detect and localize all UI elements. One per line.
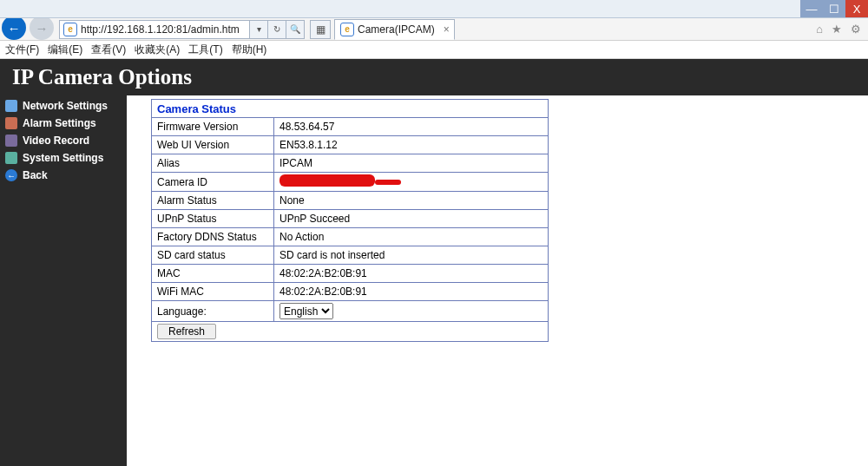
menu-tools[interactable]: 工具(T) bbox=[188, 43, 222, 57]
window-close-button[interactable]: X bbox=[845, 0, 868, 17]
window-titlebar-strip: — ☐ X bbox=[0, 0, 868, 18]
home-icon[interactable]: ⌂ bbox=[816, 23, 823, 36]
row-label: Language: bbox=[152, 301, 274, 322]
gear-icon bbox=[5, 152, 17, 164]
row-label: WiFi MAC bbox=[152, 283, 274, 301]
sidebar: Network Settings Alarm Settings Video Re… bbox=[0, 95, 127, 466]
browser-tab-camera[interactable]: e Camera(IPCAM) × bbox=[334, 19, 455, 40]
language-select[interactable]: English bbox=[279, 303, 333, 319]
sidebar-item-video[interactable]: Video Record bbox=[0, 132, 127, 149]
page-header: IP Camera Options bbox=[0, 59, 868, 95]
address-search-button[interactable]: 🔍 bbox=[286, 20, 305, 39]
content-area: Camera Status Firmware Version48.53.64.5… bbox=[127, 95, 868, 466]
row-label: UPnP Status bbox=[152, 210, 274, 228]
sidebar-item-alarm[interactable]: Alarm Settings bbox=[0, 115, 127, 132]
ie-page-icon: e bbox=[63, 23, 77, 36]
row-value: None bbox=[274, 192, 549, 210]
table-row: AliasIPCAM bbox=[152, 154, 549, 173]
window-minimize-button[interactable]: — bbox=[800, 0, 823, 17]
back-button[interactable]: ← bbox=[2, 16, 26, 40]
row-value: UPnP Succeed bbox=[274, 210, 549, 228]
address-url: http://192.168.1.120:81/admin.htm bbox=[81, 23, 240, 36]
address-dropdown-button[interactable]: ▾ bbox=[250, 20, 268, 39]
back-arrow-icon: ← bbox=[5, 169, 17, 181]
row-label: Web UI Version bbox=[152, 136, 274, 154]
row-value bbox=[274, 173, 549, 192]
sidebar-item-network[interactable]: Network Settings bbox=[0, 97, 127, 115]
sidebar-item-system[interactable]: System Settings bbox=[0, 149, 127, 167]
row-value: IPCAM bbox=[274, 154, 549, 173]
table-row: Factory DDNS StatusNo Action bbox=[152, 228, 549, 246]
network-icon bbox=[5, 100, 17, 112]
row-label: MAC bbox=[152, 265, 274, 283]
sidebar-item-label: Alarm Settings bbox=[23, 117, 96, 129]
row-value: No Action bbox=[274, 228, 549, 246]
table-row: Alarm StatusNone bbox=[152, 192, 549, 210]
menu-edit[interactable]: 编辑(E) bbox=[48, 43, 82, 57]
window-maximize-button[interactable]: ☐ bbox=[823, 0, 845, 17]
sidebar-item-label: Network Settings bbox=[23, 100, 108, 112]
camera-status-table: Camera Status Firmware Version48.53.64.5… bbox=[151, 99, 549, 342]
row-value: EN53.8.1.12 bbox=[274, 136, 549, 154]
ie-page-icon: e bbox=[340, 23, 354, 36]
browser-menu-bar: 文件(F) 编辑(E) 查看(V) 收藏夹(A) 工具(T) 帮助(H) bbox=[0, 41, 868, 59]
row-value: 48.53.64.57 bbox=[274, 118, 549, 136]
video-icon bbox=[5, 135, 17, 147]
table-row: Camera ID bbox=[152, 173, 549, 192]
table-row: Web UI VersionEN53.8.1.12 bbox=[152, 136, 549, 154]
table-row: MAC48:02:2A:B2:0B:91 bbox=[152, 265, 549, 283]
sidebar-item-label: Back bbox=[23, 169, 48, 181]
tab-title: Camera(IPCAM) bbox=[358, 23, 435, 36]
row-value: English bbox=[274, 301, 549, 322]
row-label: Factory DDNS Status bbox=[152, 228, 274, 246]
table-row: UPnP StatusUPnP Succeed bbox=[152, 210, 549, 228]
row-value: 48:02:2A:B2:0B:91 bbox=[274, 265, 549, 283]
table-row: Language: English bbox=[152, 301, 549, 322]
forward-button[interactable]: → bbox=[30, 16, 54, 40]
alarm-icon bbox=[5, 117, 17, 129]
sidebar-item-label: Video Record bbox=[23, 135, 89, 147]
table-row: WiFi MAC48:02:2A:B2:0B:91 bbox=[152, 283, 549, 301]
browser-toolbar: ← → e http://192.168.1.120:81/admin.htm … bbox=[0, 18, 868, 41]
redacted-value bbox=[279, 174, 375, 187]
table-row: Firmware Version48.53.64.57 bbox=[152, 118, 549, 136]
refresh-button[interactable]: Refresh bbox=[157, 324, 216, 339]
row-value: SD card is not inserted bbox=[274, 246, 549, 265]
address-bar[interactable]: e http://192.168.1.120:81/admin.htm bbox=[59, 20, 250, 39]
tab-close-button[interactable]: × bbox=[444, 23, 450, 36]
menu-file[interactable]: 文件(F) bbox=[5, 43, 39, 57]
row-label: Alarm Status bbox=[152, 192, 274, 210]
sidebar-item-back[interactable]: ← Back bbox=[0, 167, 127, 184]
new-tab-button[interactable]: ▦ bbox=[310, 20, 331, 39]
page-title: IP Camera Options bbox=[12, 65, 192, 89]
sidebar-item-label: System Settings bbox=[23, 152, 103, 164]
status-title: Camera Status bbox=[152, 100, 549, 118]
row-label: SD card status bbox=[152, 246, 274, 265]
menu-fav[interactable]: 收藏夹(A) bbox=[135, 43, 180, 57]
row-label: Firmware Version bbox=[152, 118, 274, 136]
table-row: SD card statusSD card is not inserted bbox=[152, 246, 549, 265]
row-label: Camera ID bbox=[152, 173, 274, 192]
refresh-row: Refresh bbox=[152, 322, 549, 342]
row-label: Alias bbox=[152, 154, 274, 173]
favorites-icon[interactable]: ★ bbox=[832, 23, 842, 36]
menu-help[interactable]: 帮助(H) bbox=[232, 43, 267, 57]
row-value: 48:02:2A:B2:0B:91 bbox=[274, 283, 549, 301]
tools-gear-icon[interactable]: ⚙ bbox=[851, 23, 861, 36]
menu-view[interactable]: 查看(V) bbox=[91, 43, 126, 57]
address-refresh-button[interactable]: ↻ bbox=[268, 20, 286, 39]
